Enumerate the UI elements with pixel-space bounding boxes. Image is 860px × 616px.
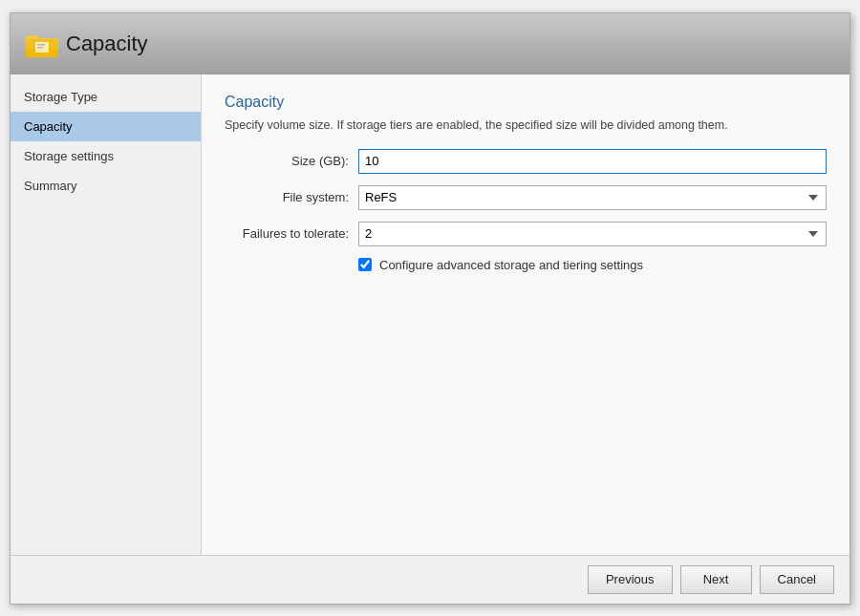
section-title: Capacity — [225, 94, 827, 111]
failures-select[interactable]: 0123 — [358, 222, 827, 246]
sidebar-item-capacity[interactable]: Capacity — [11, 112, 201, 141]
failures-row: Failures to tolerate: 0123 — [225, 222, 827, 246]
sidebar-item-summary[interactable]: Summary — [11, 171, 201, 201]
filesystem-select[interactable]: ReFSNTFSFAT32 — [358, 185, 827, 210]
filesystem-row: File system: ReFSNTFSFAT32 — [225, 185, 827, 210]
svg-rect-7 — [37, 47, 43, 49]
next-button[interactable]: Next — [680, 565, 752, 594]
checkbox-row: Configure advanced storage and tiering s… — [358, 258, 827, 272]
svg-rect-6 — [37, 44, 45, 46]
filesystem-label: File system: — [225, 190, 358, 204]
dialog-footer: Previous Next Cancel — [11, 555, 849, 604]
cancel-button[interactable]: Cancel — [760, 565, 834, 594]
sidebar-item-storage-type[interactable]: Storage Type — [11, 82, 201, 112]
checkbox-label: Configure advanced storage and tiering s… — [379, 258, 643, 272]
dialog-title: Capacity — [66, 32, 148, 56]
advanced-settings-checkbox[interactable] — [358, 258, 372, 271]
previous-button[interactable]: Previous — [588, 565, 673, 594]
sidebar-item-storage-settings[interactable]: Storage settings — [11, 141, 201, 171]
size-label: Size (GB): — [225, 154, 358, 168]
wizard-dialog: Capacity Storage TypeCapacityStorage set… — [10, 12, 850, 605]
sidebar: Storage TypeCapacityStorage settingsSumm… — [11, 74, 202, 555]
folder-icon — [26, 31, 56, 57]
failures-label: Failures to tolerate: — [225, 226, 358, 241]
main-content: Capacity Specify volume size. If storage… — [202, 74, 849, 555]
description-text: Specify volume size. If storage tiers ar… — [225, 118, 827, 132]
title-bar: Capacity — [11, 13, 849, 74]
dialog-body: Storage TypeCapacityStorage settingsSumm… — [11, 74, 849, 555]
size-row: Size (GB): — [225, 149, 827, 174]
size-input[interactable] — [358, 149, 827, 174]
